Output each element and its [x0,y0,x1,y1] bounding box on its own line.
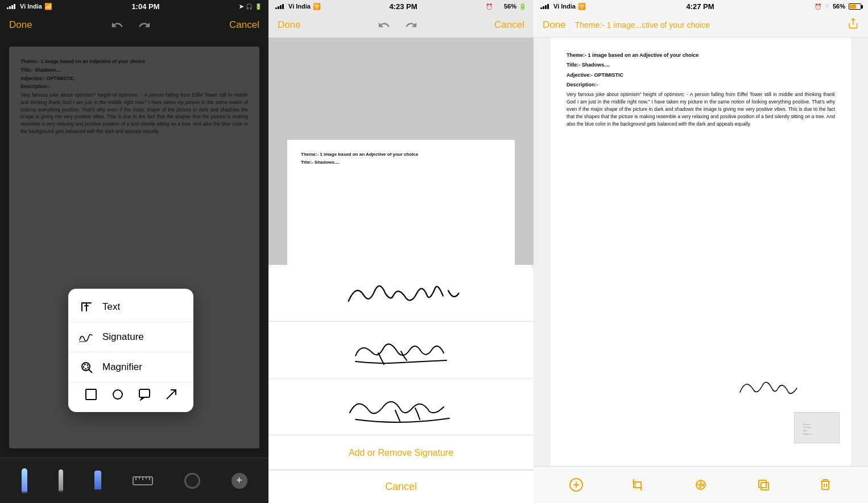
delete-tool-3[interactable] [818,477,833,492]
battery-icon: 🔋 [255,3,262,10]
svg-point-8 [84,364,88,369]
color-picker[interactable] [184,473,200,489]
svg-rect-3 [86,302,87,311]
cancel-picker-button[interactable]: Cancel [268,470,534,503]
duplicate-tool-3[interactable] [756,477,771,492]
popup-menu-1: Text x Signature [68,289,193,412]
svg-rect-2 [81,302,82,311]
arrow-icon[interactable] [165,388,177,403]
bluetooth-icon-3: 🦷 [824,3,830,10]
svg-text:1 image...: 1 image... [803,426,813,429]
p3-adj: Adjective:- OPTIMISTIC [567,71,835,79]
cancel-button-1[interactable]: Cancel [229,19,259,31]
done-button-1[interactable]: Done [9,19,32,31]
location-icon: ➤ [239,3,243,10]
status-bar-3: Vi India 🛜 4:27 PM ⏰ 🦷 56% [534,0,868,13]
signature-item-1[interactable] [268,265,534,322]
panel-2: Vi India 🛜 4:23 PM ⏰ 🦷 56% 🔋 Done Cancel… [268,0,534,503]
signal-icon-3 [540,4,549,9]
bottom-toolbar-1: + [0,458,268,503]
pen-tool-1[interactable] [22,468,27,493]
p3-desc-heading: Description:- [567,81,835,89]
ruler-tool[interactable] [133,476,153,485]
signature-item-2[interactable] [268,322,534,379]
pen-tool-2[interactable] [59,469,63,492]
svg-point-31 [700,484,702,486]
signature-item-3[interactable] [268,379,534,435]
popup-label-magnifier: Magnifier [102,361,142,373]
status-right-3: ⏰ 🦷 56% [815,3,861,10]
add-remove-signature-button[interactable]: Add or Remove Signature [268,437,534,470]
doc-title-2: Title:- Shadows.... [301,159,501,166]
time-1: 1:04 PM [131,2,159,11]
circle-icon[interactable] [111,388,124,403]
square-icon[interactable] [85,388,97,403]
redo-button-2[interactable] [403,17,419,33]
toolbar-icons-1 [109,17,152,33]
bluetooth-icon-2: 🦷 [495,3,502,10]
p3-desc: Very famous joke about optimism" height … [567,91,835,128]
popup-item-text[interactable]: Text [68,292,193,322]
doc-desc-heading-1: Description:- [20,83,248,90]
popup-item-magnifier[interactable]: Magnifier [68,352,193,382]
magnifier-icon [78,359,94,375]
redo-button-1[interactable] [137,17,152,33]
text-icon [78,299,94,315]
bottom-toolbar-3 [534,466,868,503]
wifi-icon: 📶 [44,3,52,10]
doc-adj-1: Adjective:- OPTIMISTIC [20,75,248,82]
cancel-button-2[interactable]: Cancel [494,19,524,31]
wifi-icon-3: 🛜 [578,3,586,10]
markup-tool-3[interactable] [693,477,708,492]
carrier-1: Vi India [20,3,42,10]
headphone-icon: 🎧 [246,3,253,10]
undo-button-1[interactable] [109,17,125,33]
time-2: 4:23 PM [389,2,417,11]
toolbar-1: Done Cancel [0,13,268,38]
carrier-2: Vi India [288,3,311,10]
alarm-icon-2: ⏰ [486,3,493,10]
svg-rect-33 [761,483,768,490]
add-tool-3[interactable] [569,477,584,492]
done-button-2[interactable]: Done [278,19,301,31]
add-tool-button[interactable]: + [232,473,247,489]
doc-page-2: Theme:- 1 image based on an Adjective of… [287,140,515,265]
toolbar-icons-2 [376,17,419,33]
status-right-2: ⏰ 🦷 56% 🔋 [486,3,527,10]
battery-icon-2: 🔋 [519,3,527,10]
signal-icon-2 [275,4,284,9]
popup-item-signature[interactable]: x Signature [68,322,193,352]
status-bar-1: Vi India 📶 1:04 PM ➤ 🎧 🔋 [0,0,268,13]
share-button[interactable] [848,18,859,32]
svg-text:Shadows..: Shadows.. [803,433,813,435]
page-thumbnail: Theme:- 1 image... Title:- Shadows.. [794,412,840,443]
p3-title: Title:- Shadows.... [567,61,835,69]
svg-rect-9 [86,389,96,400]
crop-tool-3[interactable] [631,477,646,492]
svg-point-30 [698,482,704,488]
toolbar-2: Done Cancel [268,13,534,38]
svg-point-10 [113,390,122,399]
popup-label-signature: Signature [102,331,144,343]
svg-text:Title:-: Title:- [803,429,809,432]
status-left-2: Vi India 🛜 [275,3,321,10]
svg-rect-11 [139,389,150,397]
svg-text:x: x [80,335,82,339]
svg-rect-28 [635,482,641,488]
speech-bubble-icon[interactable] [138,388,151,403]
panel-3: Vi India 🛜 4:27 PM ⏰ 🦷 56% Done Theme:- … [534,0,868,503]
doc-theme-2: Theme:- 1 image based on an Adjective of… [301,151,501,158]
undo-button-2[interactable] [376,17,392,33]
signature-list [268,265,534,437]
done-button-3[interactable]: Done [543,19,566,31]
panel-1: Vi India 📶 1:04 PM ➤ 🎧 🔋 Done Cancel The… [0,0,268,503]
status-left-3: Vi India 🛜 [540,3,586,10]
pen-tool-3[interactable] [94,471,101,491]
status-left-1: Vi India 📶 [7,3,52,10]
svg-rect-32 [759,480,766,488]
popup-label-text: Text [102,301,120,313]
doc-area-1: Theme:- 1 image based on an Adjective of… [0,38,268,458]
doc-theme-1: Theme:- 1 image based on an Adjective of… [20,58,248,65]
svg-rect-34 [822,481,829,489]
carrier-3: Vi India [553,3,576,10]
